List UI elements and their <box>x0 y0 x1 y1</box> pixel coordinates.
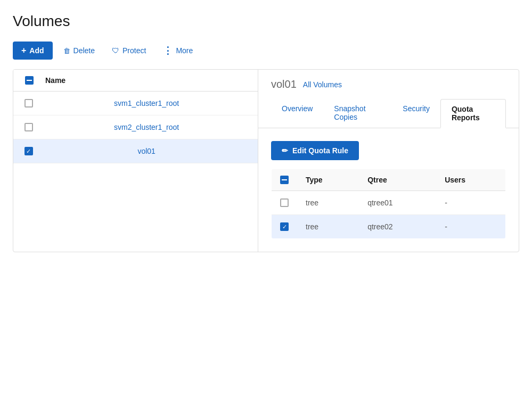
detail-vol-name: vol01 <box>271 78 297 90</box>
quota-col-qtree: Qtree <box>359 169 436 191</box>
delete-button[interactable]: Delete <box>57 42 101 59</box>
name-column-header: Name <box>45 76 66 85</box>
add-button[interactable]: Add <box>13 42 53 60</box>
detail-header: vol01 All Volumes <box>258 70 519 90</box>
protect-button[interactable]: Protect <box>105 42 152 59</box>
quota-checkbox-indeterminate[interactable] <box>280 176 289 184</box>
volumes-table-header: Name <box>13 70 258 92</box>
quota-table: Type Qtree Users tree qtree01 - <box>271 169 506 239</box>
row3-name[interactable]: vol01 <box>44 147 249 155</box>
row3-checkbox-col <box>22 147 35 155</box>
quota-row2-checkbox-cell <box>272 215 298 239</box>
tab-security[interactable]: Security <box>392 99 440 128</box>
quota-row1-checkbox[interactable] <box>280 198 289 207</box>
plus-icon <box>21 46 26 55</box>
add-label: Add <box>29 46 44 55</box>
shield-icon <box>112 46 119 55</box>
row1-name[interactable]: svm1_cluster1_root <box>44 99 249 107</box>
quota-table-row[interactable]: tree qtree01 - <box>272 191 506 215</box>
quota-row1-type: tree <box>297 191 359 215</box>
main-layout: Name svm1_cluster1_root svm2_cluster1_ro… <box>13 69 519 252</box>
delete-label: Delete <box>73 46 95 55</box>
quota-reports-content: Edit Quota Rule Type Qtree Users <box>258 128 519 252</box>
left-panel: Name svm1_cluster1_root svm2_cluster1_ro… <box>13 70 258 252</box>
more-button[interactable]: More <box>157 40 199 61</box>
quota-row1-qtree: qtree01 <box>359 191 436 215</box>
tab-snapshot-copies[interactable]: Snapshot Copies <box>323 99 392 128</box>
row3-checkbox[interactable] <box>24 147 33 155</box>
row2-name[interactable]: svm2_cluster1_root <box>44 123 249 131</box>
page-title: Volumes <box>13 13 519 30</box>
tab-quota-reports[interactable]: Quota Reports <box>440 99 506 128</box>
dots-icon <box>163 45 173 56</box>
quota-table-row[interactable]: tree qtree02 - <box>272 215 506 239</box>
table-row[interactable]: svm2_cluster1_root <box>13 115 258 139</box>
row2-checkbox[interactable] <box>24 123 33 131</box>
tab-overview[interactable]: Overview <box>271 99 323 128</box>
pencil-icon <box>282 146 288 155</box>
quota-row1-users: - <box>436 191 505 215</box>
toolbar: Add Delete Protect More <box>13 40 519 61</box>
quota-table-header-row: Type Qtree Users <box>272 169 506 191</box>
quota-row1-checkbox-cell <box>272 191 298 215</box>
more-label: More <box>176 46 193 55</box>
row1-checkbox-col <box>22 99 35 107</box>
quota-row2-checkbox[interactable] <box>280 222 289 231</box>
table-row[interactable]: vol01 <box>13 139 258 163</box>
header-checkbox-col <box>22 76 37 85</box>
edit-quota-rule-button[interactable]: Edit Quota Rule <box>271 141 359 160</box>
protect-label: Protect <box>122 46 146 55</box>
quota-header-checkbox <box>272 169 298 191</box>
quota-row2-type: tree <box>297 215 359 239</box>
row1-checkbox[interactable] <box>24 99 33 107</box>
right-panel: vol01 All Volumes Overview Snapshot Copi… <box>258 70 519 252</box>
detail-tabs: Overview Snapshot Copies Security Quota … <box>258 99 519 128</box>
quota-row2-users: - <box>436 215 505 239</box>
delete-icon <box>63 46 70 55</box>
quota-col-type: Type <box>297 169 359 191</box>
table-row[interactable]: svm1_cluster1_root <box>13 92 258 115</box>
edit-quota-rule-label: Edit Quota Rule <box>292 146 348 155</box>
all-volumes-link[interactable]: All Volumes <box>303 80 342 89</box>
checkbox-indeterminate[interactable] <box>25 76 34 85</box>
page-container: Volumes Add Delete Protect More <box>0 0 532 414</box>
quota-row2-qtree: qtree02 <box>359 215 436 239</box>
quota-col-users: Users <box>436 169 505 191</box>
row2-checkbox-col <box>22 123 35 131</box>
